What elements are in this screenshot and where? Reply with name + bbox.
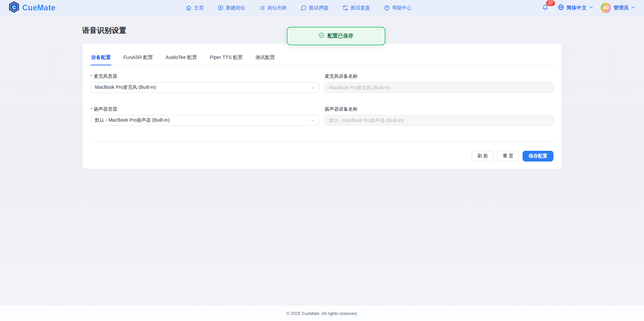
save-config-button[interactable]: 保存配置 [523,151,553,162]
toast-message: 配置已保存 [327,33,354,40]
question-circle-icon [384,5,390,11]
success-toast: 配置已保存 [287,27,385,45]
check-circle-icon [319,33,324,40]
required-mark: * [91,107,92,112]
bell-icon [542,6,548,12]
top-right-cluster: 27 简体中文 AD 管理员 [542,3,635,13]
nav-label: 帮助中心 [392,5,412,11]
language-selector[interactable]: 简体中文 [558,4,593,12]
tab-audiotee-config[interactable]: AudioTee 配置 [165,50,198,65]
tab-funasr-config[interactable]: FunASR 配置 [123,50,154,65]
home-icon [186,5,192,11]
language-label: 简体中文 [567,5,587,11]
nav-label: 岗位列表 [267,5,287,11]
speaker-source-select[interactable]: 默认 - MacBook Pro扬声器 (Built-in) [91,115,319,126]
nav-item-interview-review[interactable]: 面试复盘 [342,5,370,11]
field-mic-device-name: 麦克风设备名称 [325,73,553,93]
page-footer: © 2025 CueMate. All rights reserved. [0,305,644,321]
nav-item-home[interactable]: 主页 [186,5,204,11]
chevron-down-icon [631,5,635,11]
notification-bell[interactable]: 27 [542,3,550,12]
action-buttons: 刷 新 重 置 保存配置 [91,151,553,162]
field-speaker-device-name: 扬声器设备名称 [325,106,553,126]
nav-label: 新建岗位 [226,5,245,11]
field-label: 麦克风设备名称 [325,73,553,79]
field-speaker-source: * 扬声器音源 默认 - MacBook Pro扬声器 (Built-in) [91,106,319,126]
select-value: MacBook Pro麦克风 (Built-in) [95,84,156,90]
brand-name: CueMate [22,3,55,12]
copyright-text: © 2025 CueMate. All rights reserved. [286,311,358,316]
field-label: * 扬声器音源 [91,106,319,112]
nav-item-new-position[interactable]: 新建岗位 [218,5,245,11]
speaker-device-name-input [325,115,553,126]
main-content: 语音识别设置 设备配置 FunASR 配置 AudioTee 配置 Piper … [0,15,644,305]
field-label: 扬声器设备名称 [325,106,553,112]
field-mic-source: * 麦克风音源 MacBook Pro麦克风 (Built-in) [91,73,319,93]
notification-badge: 27 [546,0,555,6]
nav-label: 面试押题 [309,5,328,11]
list-icon [259,5,265,11]
settings-tabs: 设备配置 FunASR 配置 AudioTee 配置 Piper TTS 配置 … [91,50,553,65]
field-label: * 麦克风音源 [91,73,319,79]
top-nav-bar: C CueMate 主页 新建岗位 岗位列表 面试押 [0,0,644,15]
chevron-down-icon [311,85,315,90]
reset-button[interactable]: 重 置 [497,151,519,162]
required-mark: * [91,74,92,79]
globe-icon [558,4,564,12]
nav-item-interview-questions[interactable]: 面试押题 [301,5,328,11]
nav-item-position-list[interactable]: 岗位列表 [259,5,287,11]
chevron-down-icon [311,118,315,123]
main-nav: 主页 新建岗位 岗位列表 面试押题 面试复盘 [186,5,412,11]
tab-piper-tts-config[interactable]: Piper TTS 配置 [209,50,243,65]
refresh-button[interactable]: 刷 新 [472,151,494,162]
refresh-icon [342,5,348,11]
chevron-down-icon [589,5,593,11]
nav-item-help-center[interactable]: 帮助中心 [384,5,412,11]
user-menu[interactable]: AD 管理员 [601,3,635,13]
chat-icon [301,5,307,11]
card-divider [91,142,553,142]
user-role-label: 管理员 [613,5,629,11]
select-value: 默认 - MacBook Pro扬声器 (Built-in) [95,117,169,123]
tab-test-config[interactable]: 测试配置 [255,50,275,65]
plus-circle-icon [218,5,223,11]
cuemate-logo-icon: C [9,1,19,14]
tab-device-config[interactable]: 设备配置 [91,50,111,65]
settings-card: 设备配置 FunASR 配置 AudioTee 配置 Piper TTS 配置 … [82,43,562,169]
mic-source-select[interactable]: MacBook Pro麦克风 (Built-in) [91,82,319,93]
svg-text:C: C [12,5,16,10]
avatar: AD [601,3,611,13]
nav-label: 面试复盘 [351,5,370,11]
device-config-form: * 麦克风音源 MacBook Pro麦克风 (Built-in) 麦克风设备名… [91,73,553,126]
brand-logo[interactable]: C CueMate [9,1,55,14]
nav-label: 主页 [194,5,204,11]
mic-device-name-input [325,82,553,93]
